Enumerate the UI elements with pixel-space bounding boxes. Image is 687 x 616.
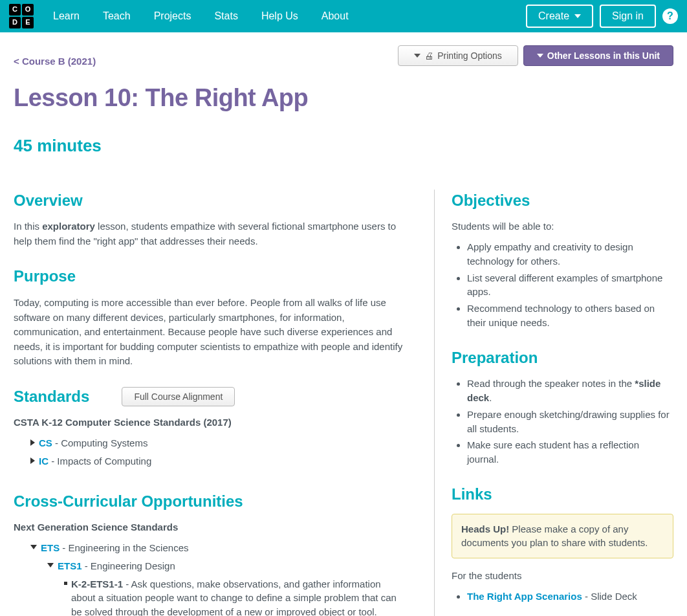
nav-help-us[interactable]: Help Us — [261, 8, 298, 23]
overview-bold: exploratory — [42, 221, 95, 232]
right-column: Objectives Students will be able to: App… — [434, 190, 673, 616]
standards-heading: Standards — [14, 386, 89, 408]
caret-down-icon — [414, 54, 420, 58]
prep-post: . — [489, 392, 492, 403]
nav-stats[interactable]: Stats — [214, 8, 237, 23]
ets-row[interactable]: ETS - Engineering in the Sciences — [14, 541, 403, 555]
create-button[interactable]: Create — [526, 5, 593, 28]
left-column: Overview In this exploratory lesson, stu… — [14, 190, 408, 616]
expand-icon — [30, 457, 35, 464]
ets-code: ETS — [41, 542, 60, 553]
ets1-1-code: K-2-ETS1-1 — [71, 578, 123, 589]
standard-cs[interactable]: CS - Computing Systems — [14, 436, 403, 450]
help-icon[interactable]: ? — [662, 8, 678, 24]
overview-text: In this exploratory lesson, students emp… — [14, 219, 403, 248]
nav-projects[interactable]: Projects — [154, 8, 191, 23]
ets1-row[interactable]: ETS1 - Engineering Design — [14, 559, 403, 573]
for-students-label: For the students — [452, 569, 673, 583]
create-label: Create — [538, 10, 569, 22]
objective-item: Apply empathy and creativity to design t… — [467, 240, 673, 269]
breadcrumb[interactable]: < Course B (2021) — [14, 45, 96, 69]
signin-label: Sign in — [612, 10, 644, 22]
heads-up-box: Heads Up! Please make a copy of any docu… — [452, 514, 673, 559]
other-lessons-button[interactable]: Other Lessons in this Unit — [523, 45, 673, 66]
columns: Overview In this exploratory lesson, stu… — [14, 190, 673, 616]
overview-pre: In this — [14, 221, 42, 232]
site-header: C O D E Learn Teach Projects Stats Help … — [0, 0, 687, 32]
top-row: < Course B (2021) Printing Options Other… — [14, 45, 673, 69]
nav-learn[interactable]: Learn — [53, 8, 80, 23]
link-item: The Right App Scenarios - Slide Deck — [467, 589, 673, 604]
full-course-alignment-button[interactable]: Full Course Alignment — [122, 387, 235, 406]
logo-c: C — [9, 4, 21, 16]
nav-teach[interactable]: Teach — [103, 8, 131, 23]
standard-ic[interactable]: IC - Impacts of Computing — [14, 454, 403, 468]
prep-item: Read through the speaker notes in the *s… — [467, 377, 673, 405]
heads-up-label: Heads Up! — [461, 523, 509, 534]
objectives-intro: Students will be able to: — [452, 219, 673, 234]
caret-down-icon — [574, 14, 581, 18]
overview-heading: Overview — [14, 190, 403, 212]
logo-d: D — [9, 17, 21, 28]
purpose-heading: Purpose — [14, 265, 403, 288]
cross-heading: Cross-Curricular Opportunities — [14, 490, 403, 513]
link-right-app-scenarios[interactable]: The Right App Scenarios — [467, 591, 582, 602]
bullet-icon — [64, 582, 67, 585]
signin-button[interactable]: Sign in — [600, 5, 656, 28]
objective-item: Recommend technology to others based on … — [467, 302, 673, 330]
header-right: Create Sign in ? — [526, 5, 678, 28]
printing-label: Printing Options — [437, 50, 502, 61]
logo-e: E — [22, 17, 34, 28]
top-buttons: Printing Options Other Lessons in this U… — [398, 45, 673, 66]
purpose-text: Today, computing is more accessible than… — [14, 296, 403, 369]
links-heading: Links — [452, 483, 673, 506]
ets1-code: ETS1 — [58, 560, 82, 571]
main-nav: Learn Teach Projects Stats Help Us About — [53, 8, 526, 23]
ic-code: IC — [39, 456, 49, 467]
cs-name: - Computing Systems — [52, 437, 148, 448]
printing-options-button[interactable]: Printing Options — [398, 45, 518, 66]
ets1-name: - Engineering Design — [82, 560, 175, 571]
collapse-icon — [30, 545, 37, 549]
logo-o: O — [22, 4, 34, 16]
ngss-subheading: Next Generation Science Standards — [14, 520, 403, 534]
cs-code: CS — [39, 437, 52, 448]
page-content: < Course B (2021) Printing Options Other… — [14, 32, 673, 616]
prep-item: Prepare enough sketching/drawing supplie… — [467, 408, 673, 436]
preparation-list: Read through the speaker notes in the *s… — [452, 377, 673, 467]
preparation-heading: Preparation — [452, 347, 673, 369]
prep-pre: Read through the speaker notes in the — [467, 378, 635, 389]
print-icon — [424, 50, 433, 61]
caret-down-icon — [537, 54, 543, 58]
standards-row: Standards Full Course Alignment — [14, 386, 403, 408]
ets1-1-row: K-2-ETS1-1 - Ask questions, make observa… — [14, 577, 403, 616]
cross-tree: ETS - Engineering in the Sciences ETS1 -… — [14, 541, 403, 616]
ic-name: - Impacts of Computing — [49, 456, 151, 467]
link-suffix: - Slide Deck — [582, 591, 637, 602]
csta-subheading: CSTA K-12 Computer Science Standards (20… — [14, 415, 403, 430]
objectives-list: Apply empathy and creativity to design t… — [452, 240, 673, 330]
ets-name: - Engineering in the Sciences — [60, 542, 188, 553]
logo[interactable]: C O D E — [9, 4, 34, 28]
expand-icon — [30, 439, 35, 446]
standards-tree: CS - Computing Systems IC - Impacts of C… — [14, 436, 403, 468]
page-title: Lesson 10: The Right App — [14, 80, 673, 116]
prep-item: Make sure each student has a reflection … — [467, 438, 673, 467]
nav-about[interactable]: About — [322, 8, 349, 23]
other-lessons-label: Other Lessons in this Unit — [547, 50, 660, 61]
objectives-heading: Objectives — [452, 190, 673, 212]
duration: 45 minutes — [14, 134, 673, 159]
collapse-icon — [47, 563, 54, 567]
links-list: The Right App Scenarios - Slide Deck — [452, 589, 673, 604]
objective-item: List several different examples of smart… — [467, 271, 673, 300]
